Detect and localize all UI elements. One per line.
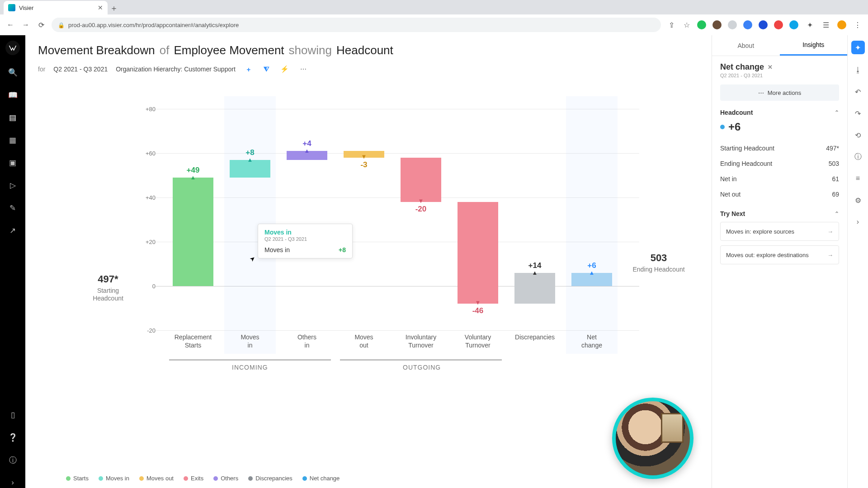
chevron-up-icon: ⌃	[835, 109, 839, 116]
extension-icon[interactable]	[728, 20, 737, 29]
try-next-item[interactable]: Moves in: explore sources→	[720, 222, 839, 241]
back-icon[interactable]: ←	[5, 20, 15, 30]
context-row: for Q2 2021 - Q3 2021 Organization Hiera…	[38, 64, 699, 75]
apps-icon[interactable]: ▣	[7, 157, 18, 168]
stat-row: Net out69	[720, 187, 839, 202]
try-next-item[interactable]: Moves out: explore destinations→	[720, 245, 839, 264]
add-filter-button[interactable]: +	[244, 64, 254, 74]
stat-row: Net in61	[720, 171, 839, 187]
more-actions-button[interactable]: ⋯ More actions	[720, 84, 839, 101]
ending-headcount: 503Ending Headcount	[629, 252, 688, 273]
layers-icon[interactable]: ≡	[852, 173, 864, 184]
profile-avatar[interactable]	[837, 20, 846, 29]
explore-icon[interactable]: ▤	[7, 112, 18, 123]
tab-close-icon[interactable]: ✕	[98, 4, 103, 11]
edit-icon[interactable]: ✎	[7, 202, 18, 213]
tab-insights[interactable]: Insights	[780, 35, 848, 56]
download-icon[interactable]: ⭳	[852, 64, 864, 76]
header: Movement Breakdown of Employee Movement …	[25, 35, 712, 78]
bar-value-label: +49	[165, 166, 222, 175]
expand-rail-icon[interactable]: ›	[7, 477, 18, 488]
new-tab-button[interactable]: ＋	[108, 2, 120, 14]
forward-icon[interactable]: →	[21, 20, 31, 30]
open-icon[interactable]: ↗	[7, 225, 18, 236]
extension-icon[interactable]	[759, 20, 768, 29]
stat-value: 69	[832, 191, 839, 198]
present-icon[interactable]: ▷	[7, 180, 18, 191]
browser-tab[interactable]: Visier ✕	[4, 1, 108, 14]
grid-icon[interactable]: ▦	[7, 135, 18, 145]
legend-item[interactable]: Discrepancies	[248, 475, 292, 482]
extension-icon[interactable]	[743, 20, 752, 29]
undo-icon[interactable]: ↶	[852, 86, 864, 98]
waterfall-chart[interactable]: -200+20+40+60+80497*StartingHeadcount+49…	[52, 83, 639, 381]
title-part-3[interactable]: Headcount	[336, 43, 393, 57]
y-tick-label: 0	[152, 283, 156, 290]
bar-rect	[514, 273, 555, 304]
extension-icon[interactable]	[697, 20, 706, 29]
tab-strip: Visier ✕ ＋	[0, 0, 868, 14]
legend-dot-icon	[213, 476, 218, 481]
redo-icon[interactable]: ↷	[852, 108, 864, 119]
help-icon[interactable]: ❔	[7, 432, 18, 443]
series-dot-icon	[720, 125, 725, 129]
ctx-period[interactable]: Q2 2021 - Q3 2021	[53, 66, 108, 73]
stat-value: 497*	[826, 145, 839, 152]
legend-label: Net change	[310, 475, 340, 482]
bolt-icon[interactable]: ⚡	[280, 64, 290, 74]
close-icon[interactable]: ✕	[768, 64, 773, 70]
insight-card-title: Net change ✕	[720, 62, 839, 72]
share-icon[interactable]: ⇪	[666, 20, 676, 30]
title-part-1[interactable]: Movement Breakdown	[38, 43, 155, 57]
title-part-2[interactable]: Employee Movement	[174, 43, 284, 57]
tooltip-row-label: Moves in	[264, 246, 290, 253]
y-tick-label: -20	[147, 327, 156, 334]
url-text: prod-au00.app.visier.com/hr/prod/appcont…	[68, 22, 239, 28]
action-rail: ✦ ⭳ ↶ ↷ ⟲ ⓘ ≡ ⚙ ›	[847, 35, 868, 488]
stat-label: Net out	[720, 191, 741, 198]
arrow-right-icon: →	[827, 228, 833, 235]
stat-row: Ending Headcount503	[720, 156, 839, 171]
legend-item[interactable]: Exits	[184, 475, 203, 482]
stat-value: 503	[829, 160, 839, 167]
legend-item[interactable]: Starts	[66, 475, 89, 482]
reading-list-icon[interactable]: ☰	[821, 20, 831, 30]
extensions-menu-icon[interactable]: ✦	[805, 20, 815, 30]
app-logo[interactable]	[5, 41, 20, 55]
ctx-filter[interactable]: Organization Hierarchy: Customer Support	[116, 66, 236, 73]
extension-icon[interactable]	[712, 20, 722, 29]
chevron-up-icon: ⌃	[835, 211, 839, 217]
info-rail-icon[interactable]: ⓘ	[852, 151, 864, 163]
legend-item[interactable]: Net change	[302, 475, 340, 482]
more-options-icon[interactable]: ⋯	[298, 64, 309, 75]
stat-label: Net in	[720, 175, 737, 183]
expand-icon[interactable]: ›	[852, 216, 864, 228]
legend-item[interactable]: Moves out	[139, 475, 174, 482]
tab-title: Visier	[19, 5, 33, 11]
settings-icon[interactable]: ⚙	[852, 194, 864, 206]
stat-row: Starting Headcount497*	[720, 141, 839, 156]
presenter-video-bubble[interactable]	[612, 398, 693, 479]
extension-icon[interactable]	[774, 20, 783, 29]
app-shell: 🔍 📖 ▤ ▦ ▣ ▷ ✎ ↗ ▯ ❔ ⓘ › Movement Breakdo…	[0, 35, 868, 488]
group-underline	[169, 359, 331, 361]
bookmark-icon[interactable]: ☆	[682, 20, 692, 30]
headcount-section-head[interactable]: Headcount ⌃	[720, 109, 839, 116]
metrics-icon[interactable]: ▯	[7, 409, 18, 420]
search-icon[interactable]: 🔍	[7, 67, 18, 78]
filter-icon[interactable]: ⧨	[262, 64, 272, 74]
ai-assistant-icon[interactable]: ✦	[851, 41, 865, 54]
legend-item[interactable]: Others	[213, 475, 238, 482]
address-bar[interactable]: prod-au00.app.visier.com/hr/prod/appcont…	[52, 18, 661, 32]
more-actions-label: More actions	[768, 89, 801, 96]
tab-about[interactable]: About	[712, 35, 780, 56]
reload-icon[interactable]: ⟳	[36, 20, 46, 30]
extension-icon[interactable]	[789, 20, 798, 29]
info-icon[interactable]: ⓘ	[7, 455, 18, 465]
browser-menu-icon[interactable]: ⋮	[853, 20, 863, 30]
x-axis-label: Othersin	[278, 333, 335, 349]
guide-icon[interactable]: 📖	[7, 89, 18, 100]
try-next-head[interactable]: Try Next ⌃	[720, 210, 839, 217]
refresh-icon[interactable]: ⟲	[852, 129, 864, 141]
legend-item[interactable]: Moves in	[99, 475, 129, 482]
